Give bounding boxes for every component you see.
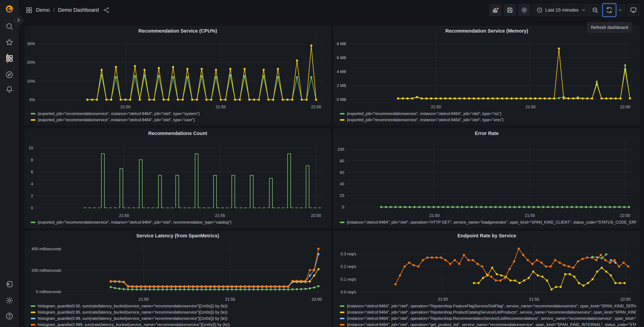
data-point <box>605 253 608 256</box>
sidebar-item-help[interactable] <box>4 311 15 322</box>
data-point <box>309 287 311 290</box>
panel-header[interactable]: Error Rate <box>334 129 640 138</box>
legend-item[interactable]: {instance="otelcol:9464", job="otel", op… <box>340 309 636 316</box>
chart-canvas[interactable]: 024681021:5021:5522:00 <box>27 138 328 219</box>
sidebar-item-sign-in[interactable] <box>4 279 15 290</box>
data-point <box>523 280 525 282</box>
data-point <box>136 288 138 290</box>
add-panel-button[interactable] <box>490 4 502 16</box>
panel-title[interactable]: Service Latency (from SpanMetrics) <box>136 233 219 238</box>
y-axis-tick-label: 8 <box>31 158 33 162</box>
y-axis-tick-label: 20 <box>340 193 344 198</box>
data-point <box>287 285 289 288</box>
panel-header[interactable]: Recommendations Count <box>25 129 330 138</box>
chart-canvas[interactable]: 0 milliseconds200 milliseconds400 millis… <box>27 240 328 303</box>
panel-header[interactable]: Recommendation Service (CPU%) <box>25 26 330 36</box>
time-range-picker[interactable]: Last 15 minutes <box>533 4 590 16</box>
save-dashboard-button[interactable] <box>504 4 516 16</box>
chart-canvas[interactable]: 0 MB2 MB4 MB6 MB8 MB21:5021:5522:00 <box>336 36 637 110</box>
chart-canvas[interactable]: 0.0 req/s0.1 req/s0.2 req/s0.3 req/s21:5… <box>336 240 637 303</box>
data-point <box>214 285 216 288</box>
data-point <box>170 285 172 288</box>
legend-item[interactable]: {instance="otelcol:9464", job="otel", op… <box>340 316 636 322</box>
legend-item[interactable]: {exported_job="recommendationservice", i… <box>31 110 327 117</box>
zoom-out-button[interactable] <box>590 4 600 16</box>
data-point <box>491 267 493 269</box>
data-point <box>267 98 270 101</box>
grafana-logo[interactable] <box>4 4 15 14</box>
data-point <box>627 266 629 268</box>
data-point <box>587 282 589 284</box>
sidebar-item-dashboards[interactable] <box>4 53 15 64</box>
data-point <box>385 206 387 208</box>
kiosk-mode-button[interactable] <box>628 4 640 16</box>
data-point <box>105 98 108 101</box>
expand-sidebar-button[interactable] <box>14 16 23 25</box>
legend-item[interactable]: {exported_job="recommendationservice", i… <box>31 219 327 226</box>
data-point <box>614 97 617 100</box>
legend-item[interactable]: {instance="otelcol:9464", job="otel", op… <box>340 219 636 226</box>
panel-title[interactable]: Recommendation Service (Memory) <box>446 28 528 34</box>
legend-item[interactable]: {exported_job="recommendationservice", i… <box>340 110 636 117</box>
data-point <box>306 98 308 101</box>
sidebar-item-search[interactable] <box>4 21 15 32</box>
panel-recommendations-count: Recommendations Count 024681021:5021:552… <box>25 128 330 228</box>
legend-item[interactable]: {instance="otelcol:9464", job="otel", op… <box>340 303 636 309</box>
chart-canvas[interactable]: 02040608010021:5021:5522:00 <box>336 138 637 219</box>
legend-label: {exported_job="recommendationservice", i… <box>38 118 195 122</box>
refresh-interval-button[interactable] <box>615 4 625 16</box>
legend-item[interactable]: {exported_job="recommendationservice", i… <box>31 117 327 123</box>
panel-header[interactable]: Service Latency (from SpanMetrics) <box>25 231 330 240</box>
refresh-dashboard-button[interactable] <box>603 4 615 16</box>
data-point <box>177 98 179 101</box>
data-point <box>513 260 515 262</box>
legend-item[interactable]: {exported_job="recommendationservice", i… <box>340 117 636 123</box>
time-range-label: Last 15 minutes <box>545 8 578 13</box>
star-icon <box>5 38 14 46</box>
data-point <box>540 262 542 264</box>
sidebar-item-starred[interactable] <box>4 37 15 48</box>
legend-item[interactable]: histogram_quantile(0.99, sum(rate(latenc… <box>31 316 327 322</box>
sidebar-item-explore[interactable] <box>4 69 15 80</box>
data-point <box>456 206 458 208</box>
data-point <box>417 266 419 268</box>
dashboard-settings-button[interactable] <box>518 4 530 16</box>
data-point <box>573 276 576 278</box>
panel-title[interactable]: Error Rate <box>475 130 499 136</box>
y-axis-tick-label: 0.1 req/s <box>341 277 356 282</box>
legend-item[interactable]: histogram_quantile(0.999, sum(rate(laten… <box>31 322 327 327</box>
share-dashboard-button[interactable] <box>103 7 110 13</box>
data-point <box>139 98 141 101</box>
panel-header[interactable]: Endpoint Rate by Service <box>334 231 640 240</box>
dashboard-grid-icon[interactable] <box>26 6 32 14</box>
data-point <box>291 98 293 101</box>
data-point <box>542 206 544 208</box>
legend-item[interactable]: histogram_quantile(0.50, sum(rate(latenc… <box>31 303 327 309</box>
kiosk-group <box>627 4 640 16</box>
data-point <box>404 206 406 208</box>
data-point <box>222 285 224 288</box>
data-point <box>239 98 241 101</box>
data-point <box>578 282 580 284</box>
x-axis-tick-label: 22:00 <box>311 213 321 218</box>
data-point <box>504 277 506 279</box>
panel-title[interactable]: Recommendations Count <box>148 130 207 136</box>
legend-label: {exported_job="recommendationservice", i… <box>38 220 232 224</box>
sidebar-item-alerting[interactable] <box>4 84 15 94</box>
legend-swatch <box>31 312 36 313</box>
sidebar-item-settings[interactable] <box>4 295 15 306</box>
x-axis-tick-label: 21:55 <box>215 213 225 218</box>
data-point <box>148 285 151 288</box>
data-point <box>315 98 317 101</box>
breadcrumb-title: Demo Dashboard <box>58 7 99 13</box>
breadcrumb-section[interactable]: Demo <box>36 7 50 13</box>
chart-canvas[interactable]: 0%10%20%30%21:5021:5522:00 <box>27 36 328 110</box>
panel-title[interactable]: Endpoint Rate by Service <box>458 233 516 238</box>
data-point <box>506 97 508 100</box>
legend-item[interactable]: histogram_quantile(0.95, sum(rate(latenc… <box>31 309 327 316</box>
panel-title[interactable]: Recommendation Service (CPU%) <box>138 28 217 34</box>
legend-item[interactable]: {instance="otelcol:9464", job="otel", op… <box>340 322 636 327</box>
data-point <box>110 98 112 101</box>
data-point <box>449 97 451 100</box>
legend: {exported_job="recommendationservice", i… <box>25 110 330 125</box>
